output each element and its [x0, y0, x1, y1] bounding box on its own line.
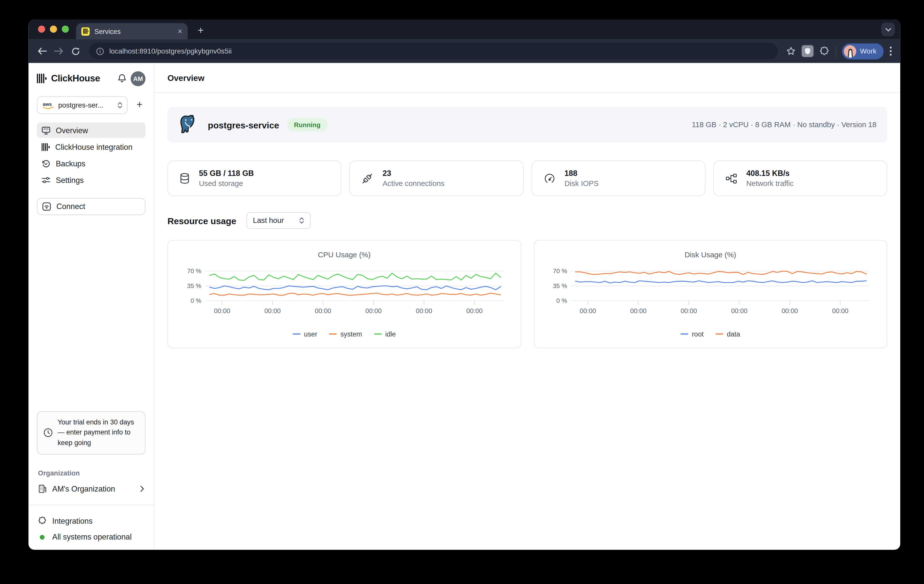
disk-usage-chart[interactable]: 70 %35 %0 %00:0000:0000:0000:0000:0000:0… [544, 264, 876, 324]
user-avatar[interactable]: AM [130, 71, 145, 86]
legend-swatch-icon [329, 333, 337, 335]
chart-legend: rootdata [534, 331, 887, 337]
shield-extension-icon[interactable] [802, 45, 813, 57]
connect-button[interactable]: Connect [37, 198, 146, 215]
extensions-puzzle-icon[interactable] [820, 46, 830, 56]
stat-label: Network traffic [746, 179, 794, 188]
close-window-button[interactable] [38, 26, 45, 33]
page-title: Overview [167, 73, 205, 83]
connections-icon [362, 173, 373, 184]
forward-button[interactable] [52, 45, 65, 58]
service-specs: 118 GB · 2 vCPU · 8 GB RAM · No standby … [692, 121, 876, 129]
legend-swatch-icon [681, 333, 688, 335]
minimize-window-button[interactable] [50, 26, 57, 33]
svg-text:00:00: 00:00 [416, 307, 432, 314]
stat-value: 408.15 KB/s [746, 169, 794, 178]
svg-text:00:00: 00:00 [580, 307, 596, 314]
svg-text:00:00: 00:00 [832, 307, 849, 314]
service-header: postgres-service Running 118 GB · 2 vCPU… [167, 107, 887, 143]
svg-text:00:00: 00:00 [681, 307, 697, 314]
organization-row[interactable]: AM's Organization [37, 484, 146, 493]
stat-card-disk-iops: 188Disk IOPS [531, 160, 705, 196]
svg-text:35 %: 35 % [553, 283, 568, 289]
service-name: postgres-service [208, 120, 279, 130]
app-content: ClickHouse AM aws postgres-ser... + [29, 63, 900, 550]
svg-text:00:00: 00:00 [466, 307, 483, 314]
brand-row: ClickHouse AM [37, 70, 146, 87]
integrations-link[interactable]: Integrations [37, 516, 146, 525]
main-body: postgres-service Running 118 GB · 2 vCPU… [154, 93, 900, 550]
cpu-usage-chart[interactable]: 70 %35 %0 %00:0000:0000:0000:0000:0000:0… [178, 264, 510, 324]
service-selector-row: aws postgres-ser... + [37, 96, 146, 114]
stat-value: 55 GB / 118 GB [199, 169, 254, 178]
organization-section-label: Organization [37, 470, 146, 476]
desktop: Services × + localhost:8910/postgres/pgk… [0, 0, 924, 584]
aws-logo-icon: aws [42, 101, 54, 109]
chevron-right-icon [140, 485, 144, 492]
tab-search-chevron-button[interactable] [881, 23, 895, 36]
sidebar: ClickHouse AM aws postgres-ser... + [29, 63, 154, 550]
postgresql-logo [177, 114, 200, 136]
stat-label: Used storage [199, 179, 254, 188]
bookmark-star-icon[interactable] [786, 46, 796, 56]
legend-swatch-icon [293, 333, 300, 335]
site-info-icon[interactable] [96, 47, 104, 55]
chart-title: CPU Usage (%) [168, 251, 520, 259]
status-text: All systems operational [52, 533, 132, 541]
main-header: Overview [154, 63, 900, 93]
sidebar-item-label: Overview [56, 126, 88, 134]
reload-button[interactable] [69, 45, 82, 58]
back-button[interactable] [36, 45, 49, 58]
selected-service-label: postgres-ser... [58, 101, 114, 109]
sidebar-item-backups[interactable]: Backups [37, 156, 146, 171]
address-bar[interactable]: localhost:8910/postgres/pgkybgnv0s5ii [89, 43, 778, 59]
browser-toolbar: localhost:8910/postgres/pgkybgnv0s5ii Wo… [29, 39, 900, 63]
legend-item-data[interactable]: data [716, 331, 740, 337]
svg-text:70 %: 70 % [187, 268, 201, 275]
stat-label: Disk IOPS [564, 179, 599, 188]
new-tab-button[interactable]: + [194, 24, 208, 38]
sidebar-item-settings[interactable]: Settings [37, 172, 146, 188]
add-service-button[interactable]: + [134, 99, 145, 111]
sidebar-item-label: Settings [56, 175, 84, 184]
svg-text:70 %: 70 % [553, 268, 568, 275]
sidebar-nav: Overview ClickHouse integration Backups … [37, 122, 146, 188]
svg-text:00:00: 00:00 [365, 307, 381, 314]
close-tab-icon[interactable]: × [178, 27, 182, 35]
legend-item-idle[interactable]: idle [374, 331, 396, 337]
connect-icon [42, 202, 51, 211]
system-status-row[interactable]: All systems operational [37, 533, 146, 541]
legend-item-user[interactable]: user [293, 331, 317, 337]
browser-window: Services × + localhost:8910/postgres/pgk… [29, 20, 900, 550]
backups-history-icon [42, 159, 51, 168]
profile-button[interactable]: Work [842, 43, 884, 59]
stat-card-used-storage: 55 GB / 118 GBUsed storage [167, 160, 342, 196]
notifications-bell-icon[interactable] [117, 74, 126, 83]
disk-usage-chart-card: Disk Usage (%) 70 %35 %0 %00:0000:0000:0… [533, 240, 887, 348]
sidebar-item-overview[interactable]: Overview [37, 122, 146, 138]
svg-text:0 %: 0 % [190, 297, 201, 304]
chart-title: Disk Usage (%) [534, 251, 887, 259]
sidebar-item-clickhouse-integration[interactable]: ClickHouse integration [37, 139, 146, 154]
svg-text:00:00: 00:00 [731, 307, 747, 314]
clickhouse-logo-icon [37, 74, 47, 83]
browser-menu-icon[interactable] [889, 46, 892, 56]
service-selector[interactable]: aws postgres-ser... [37, 96, 128, 114]
resource-usage-row: Resource usage Last hour [167, 212, 887, 229]
url-text: localhost:8910/postgres/pgkybgnv0s5ii [109, 47, 232, 55]
legend-item-system[interactable]: system [329, 331, 362, 337]
browser-tab-services[interactable]: Services × [76, 23, 188, 39]
select-chevrons-icon [299, 217, 304, 224]
sidebar-item-label: ClickHouse integration [55, 142, 132, 151]
integrations-label: Integrations [52, 516, 92, 525]
legend-item-root[interactable]: root [681, 331, 704, 337]
svg-text:00:00: 00:00 [782, 307, 798, 314]
sidebar-item-label: Backups [56, 159, 85, 168]
integrations-puzzle-icon [38, 516, 47, 525]
sidebar-divider [29, 505, 154, 505]
time-range-select[interactable]: Last hour [246, 212, 310, 229]
cpu-usage-chart-card: CPU Usage (%) 70 %35 %0 %00:0000:0000:00… [167, 240, 521, 348]
trial-notice-text: Your trial ends in 30 days — enter payme… [58, 417, 139, 448]
legend-swatch-icon [716, 333, 723, 335]
zoom-window-button[interactable] [62, 26, 69, 33]
